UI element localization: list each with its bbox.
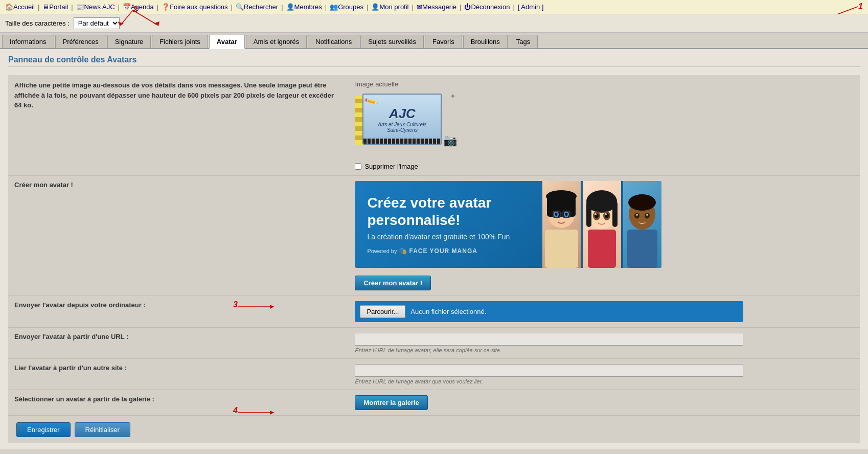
nav-profil[interactable]: 👤Mon profil [371, 3, 408, 11]
nav-admin[interactable]: [ Admin ] [518, 3, 544, 11]
upload-label: Envoyer l'avatar depuis votre ordinateur… [14, 301, 146, 309]
nav-agenda[interactable]: 📅Agenda [123, 3, 154, 11]
avatar-preview: ✏️ AJC Arts et Jeux Culturels Saint-Cyri… [355, 91, 457, 157]
browse-button[interactable]: Parcourir... [360, 305, 405, 318]
nav-news[interactable]: 📰News AJC [76, 3, 115, 11]
font-size-select[interactable]: Par défaut [74, 17, 120, 29]
nav-membres[interactable]: 👤Membres [286, 3, 322, 11]
url-input[interactable] [355, 333, 743, 346]
ajc-logo-box: ✏️ AJC Arts et Jeux Culturels Saint-Cyri… [362, 94, 442, 145]
ajc-subtitle1: Arts et Jeux Culturels [378, 122, 426, 127]
banner-title: Créez votre avatarpersonnalisé! [367, 194, 649, 229]
main-content: Panneau de contrôle des Avatars Affiche … [0, 49, 868, 449]
nav-portail[interactable]: 🖥Portail [42, 3, 68, 11]
banner-powered: Powered by 🎭 FACE YOUR MANGA [367, 247, 649, 255]
url-hint: Entrez l'URL de l'image avatar, elle ser… [355, 347, 854, 353]
tab-favoris[interactable]: Favoris [425, 35, 462, 48]
link-hint: Entrez l'URL de l'image avatar que vous … [355, 378, 854, 384]
tab-tags[interactable]: Tags [509, 35, 538, 48]
url-label: Envoyer l'avatar à partir d'une URL : [14, 333, 128, 340]
creer-label: Créer mon avatar ! [14, 181, 73, 189]
svg-marker-35 [270, 305, 274, 309]
image-actuelle-label: Image actuelle [355, 80, 854, 88]
image-actuelle-section: Image actuelle ✏️ AJC Arts et Jeux [355, 80, 854, 170]
annotation-2: 2 [133, 5, 138, 14]
stars-decoration: ✦ [450, 92, 456, 100]
nav-rechercher[interactable]: 🔍Rechercher [236, 3, 278, 11]
tab-amis-ignores[interactable]: Amis et ignorés [246, 35, 307, 48]
avatar-description: Affiche une petite image au-dessous de v… [14, 80, 338, 110]
delete-image-checkbox[interactable] [355, 163, 361, 170]
content-table: Affiche une petite image au-dessous de v… [8, 75, 860, 416]
tab-fichiers-joints[interactable]: Fichiers joints [152, 35, 208, 48]
file-name-label: Aucun fichier sélectionné. [410, 308, 486, 315]
show-gallery-button[interactable]: Montrer la galerie [355, 395, 427, 410]
svg-marker-4 [153, 21, 159, 26]
banner-subtitle: La création d'avatar est gratuite et 100… [367, 233, 649, 241]
tab-signature[interactable]: Signature [107, 35, 151, 48]
save-button[interactable]: Enregistrer [16, 422, 71, 437]
nav-accueil[interactable]: 🏠Accueil [5, 3, 35, 11]
pencil-icon: ✏️ [363, 94, 379, 109]
camera-icon: 📷 [443, 134, 457, 147]
nav-faq[interactable]: ❓Foire aux questions [162, 3, 227, 11]
create-avatar-button[interactable]: Créer mon avatar ! [355, 276, 431, 290]
link-input[interactable] [355, 364, 743, 377]
table-row: Envoyer l'avatar à partir d'une URL : En… [8, 328, 860, 359]
page-title: Panneau de contrôle des Avatars [8, 55, 860, 67]
font-size-label: Taille des caractères : [5, 19, 70, 27]
nav-messagerie[interactable]: ✉Messagerie [417, 3, 456, 11]
table-row: Lier l'avatar à partir d'un autre site :… [8, 359, 860, 390]
file-input-row: Parcourir... Aucun fichier sélectionné. [355, 301, 743, 322]
ajc-subtitle2: Saint-Cyriens [387, 127, 418, 133]
tab-brouillons[interactable]: Brouillons [463, 35, 508, 48]
filmstrip [363, 139, 441, 144]
font-size-bar: Taille des caractères : Par défaut 2 [0, 14, 868, 33]
tabs-bar: Informations Préférences Signature Fichi… [0, 33, 868, 49]
avatar-creator-banner: Créez votre avatarpersonnalisé! La créat… [355, 181, 661, 268]
nav-deconnexion[interactable]: ⏻Déconnexion [464, 3, 510, 11]
nav-groupes[interactable]: 👥Groupes [330, 3, 363, 11]
bottom-buttons-bar: 4 Enregistrer Réinitialiser [8, 416, 860, 443]
reset-button[interactable]: Réinitialiser [75, 422, 130, 437]
tab-notifications[interactable]: Notifications [308, 35, 359, 48]
tab-preferences[interactable]: Préférences [55, 35, 106, 48]
delete-image-row: Supprimer l'image [355, 163, 854, 170]
svg-marker-37 [270, 411, 274, 415]
annotation-4: 4 [233, 406, 238, 415]
tab-informations[interactable]: Informations [2, 35, 54, 48]
tab-sujets-surveilles[interactable]: Sujets surveillés [360, 35, 424, 48]
table-row: Affiche une petite image au-dessous de v… [8, 75, 860, 176]
tab-avatar[interactable]: Avatar [209, 35, 245, 49]
annotation-3: 3 [233, 300, 238, 309]
table-row: Envoyer l'avatar depuis votre ordinateur… [8, 296, 860, 328]
link-label: Lier l'avatar à partir d'un autre site : [14, 364, 127, 372]
ajc-title: AJC [389, 106, 416, 122]
table-row: Sélectionner un avatar à partir de la ga… [8, 390, 860, 416]
table-row: Créer mon avatar ! Créez votre avatarper… [8, 176, 860, 296]
delete-image-label[interactable]: Supprimer l'image [364, 163, 418, 170]
gallery-label: Sélectionner un avatar à partir de la ga… [14, 395, 154, 403]
